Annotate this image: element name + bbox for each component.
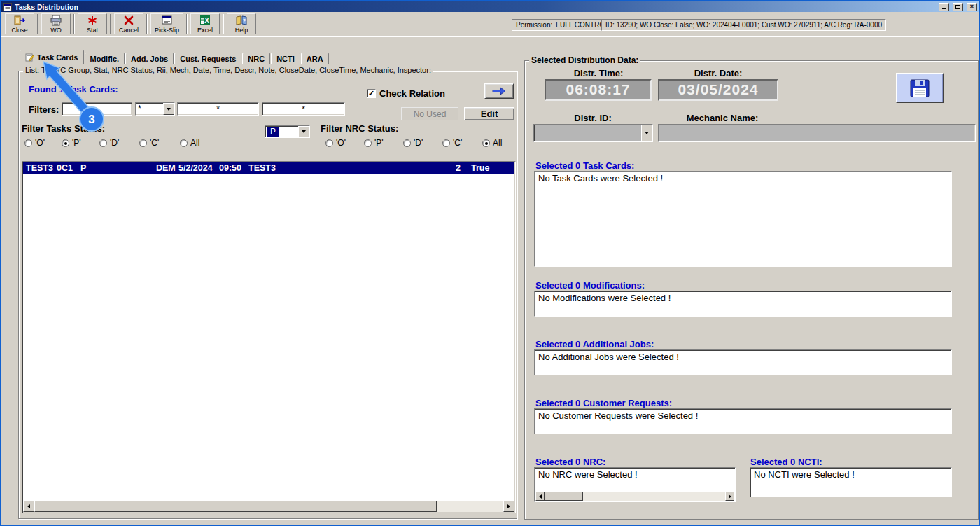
- row-mech: DEM: [156, 163, 176, 173]
- check-relation-checkmark-icon: [367, 89, 376, 98]
- close-button[interactable]: Close: [5, 13, 34, 34]
- selected-customer-requests-title: Selected 0 Customer Requests:: [536, 398, 672, 408]
- app-icon: [4, 3, 12, 11]
- selected-nrc-list[interactable]: No NRC were Selected !: [534, 467, 736, 502]
- toolbar: Close WO Stat Cancel Pick-Slip X Excel ?: [1, 12, 979, 36]
- scroll-right-icon: [729, 494, 732, 499]
- check-relation-checkbox[interactable]: Check Relation: [367, 88, 445, 99]
- task-status-radio-all[interactable]: All: [180, 138, 200, 148]
- task-card-row-selected[interactable]: TEST3 0C1 P DEM 5/2/2024 09:50 TEST3 2 T…: [23, 162, 514, 174]
- distr-date-value: 03/05/2024: [678, 81, 758, 97]
- maximize-button[interactable]: [953, 3, 963, 11]
- selected-customer-requests-message: No Customer Requests were Selected !: [535, 409, 951, 422]
- move-selected-arrow-button[interactable]: [484, 83, 514, 99]
- cancel-button[interactable]: Cancel: [114, 13, 144, 34]
- tab-ara[interactable]: ARA: [301, 53, 329, 64]
- task-status-radio-O[interactable]: 'O': [24, 138, 45, 148]
- svg-text:?: ?: [243, 18, 246, 24]
- selected-additional-jobs-message: No Additional Jobs were Selected !: [535, 350, 951, 364]
- scroll-left-icon: [539, 494, 542, 499]
- pick-slip-button[interactable]: Pick-Slip: [150, 13, 183, 34]
- nrc-hscrollbar[interactable]: [536, 492, 734, 501]
- distr-id-label: Distr. ID:: [533, 113, 652, 123]
- scroll-right-button[interactable]: [503, 501, 514, 512]
- task-status-combo[interactable]: P: [265, 125, 310, 138]
- mechanic-name-label: Mechanic Name:: [659, 113, 785, 123]
- help-button[interactable]: ? Help: [227, 13, 256, 34]
- distr-date-label: Distr. Date:: [658, 68, 778, 78]
- stat-button-label: Stat: [87, 27, 98, 34]
- close-window-button[interactable]: [967, 3, 977, 11]
- radio-icon: [99, 139, 107, 147]
- stat-button[interactable]: Stat: [78, 13, 107, 34]
- help-book-icon: ?: [235, 15, 248, 26]
- tab-add-jobs[interactable]: Add. Jobs: [125, 53, 174, 64]
- selected-customer-requests-list[interactable]: No Customer Requests were Selected !: [534, 408, 952, 434]
- scroll-left-button[interactable]: [536, 492, 545, 501]
- task-status-radio-D-label: 'D': [110, 138, 119, 148]
- scroll-left-button[interactable]: [23, 501, 34, 512]
- tab-modific[interactable]: Modific.: [85, 53, 125, 64]
- mechanic-name-field: [658, 124, 976, 142]
- tab-cust-requests[interactable]: Cust. Requests: [174, 53, 241, 64]
- nrc-status-radio-all[interactable]: All: [482, 138, 502, 148]
- selected-additional-jobs-list[interactable]: No Additional Jobs were Selected !: [534, 349, 952, 375]
- edit-button[interactable]: Edit: [464, 107, 514, 120]
- scrollbar-thumb[interactable]: [34, 501, 437, 512]
- chevron-down-icon: [167, 108, 171, 111]
- radio-icon: [139, 139, 147, 147]
- selected-modifications-list[interactable]: No Modifications were Selected !: [534, 291, 952, 317]
- filter-combo-dropdown-button[interactable]: [163, 103, 174, 115]
- titlebar: Tasks Distribution: [1, 1, 979, 12]
- selected-ncti-list[interactable]: No NCTI were Selected !: [750, 467, 952, 497]
- tab-nrc[interactable]: NRC: [242, 53, 270, 64]
- floppy-disk-icon: [909, 78, 930, 98]
- selected-task-cards-message: No Task Cards were Selected !: [535, 172, 951, 185]
- selected-modifications-title: Selected 0 Modifications:: [536, 280, 645, 291]
- wo-button-label: WO: [50, 27, 62, 34]
- filter-combo-value: *: [136, 103, 163, 115]
- filter-combo[interactable]: *: [135, 102, 175, 116]
- scrollbar-track[interactable]: [437, 501, 503, 512]
- save-button[interactable]: [896, 73, 944, 103]
- nrc-status-radio-C-label: 'C': [453, 138, 462, 148]
- nrc-status-radio-P[interactable]: 'P': [364, 138, 384, 148]
- tab-nrc-label: NRC: [248, 55, 265, 63]
- scrollbar-thumb[interactable]: [545, 492, 583, 501]
- nrc-status-radio-C[interactable]: 'C': [442, 138, 462, 148]
- nrc-status-radio-D[interactable]: 'D': [403, 138, 423, 148]
- cancel-button-label: Cancel: [119, 27, 139, 34]
- toolbar-separator: [146, 14, 148, 34]
- check-relation-label: Check Relation: [379, 88, 445, 99]
- task-status-combo-dropdown-button[interactable]: [298, 126, 309, 137]
- no-used-button[interactable]: No Used: [401, 107, 458, 120]
- filter-input-3[interactable]: [262, 102, 345, 116]
- tab-ncti[interactable]: NCTI: [271, 53, 300, 64]
- wo-button[interactable]: WO: [41, 13, 71, 34]
- toolbar-separator: [223, 14, 224, 34]
- no-used-button-label: No Used: [414, 109, 447, 119]
- scrollbar-track[interactable]: [583, 492, 725, 501]
- tab-task-cards[interactable]: Task Cards: [20, 50, 84, 64]
- list-hscrollbar[interactable]: [23, 501, 514, 512]
- minimize-button[interactable]: [939, 3, 949, 11]
- task-status-radio-C[interactable]: 'C': [139, 138, 159, 148]
- distr-id-combo[interactable]: [533, 124, 653, 142]
- selected-task-cards-title: Selected 0 Task Cards:: [536, 160, 634, 171]
- task-status-radio-D[interactable]: 'D': [99, 138, 119, 148]
- nrc-status-radio-O[interactable]: 'O': [326, 138, 346, 148]
- distr-id-dropdown-button[interactable]: [641, 125, 652, 141]
- task-status-radio-P[interactable]: 'P': [62, 138, 81, 148]
- tab-add-jobs-label: Add. Jobs: [131, 55, 168, 63]
- svg-text:X: X: [204, 17, 209, 25]
- filter-input-1[interactable]: [62, 102, 132, 116]
- scroll-right-button[interactable]: [725, 492, 734, 501]
- selected-task-cards-list[interactable]: No Task Cards were Selected !: [534, 171, 952, 267]
- filter-input-2[interactable]: [177, 102, 259, 116]
- selected-modifications-message: No Modifications were Selected !: [535, 291, 951, 305]
- window-title: Tasks Distribution: [15, 2, 935, 12]
- toolbar-separator: [186, 14, 188, 34]
- task-cards-list[interactable]: TEST3 0C1 P DEM 5/2/2024 09:50 TEST3 2 T…: [22, 161, 516, 513]
- minimize-icon: [942, 8, 946, 9]
- excel-button[interactable]: X Excel: [190, 13, 220, 34]
